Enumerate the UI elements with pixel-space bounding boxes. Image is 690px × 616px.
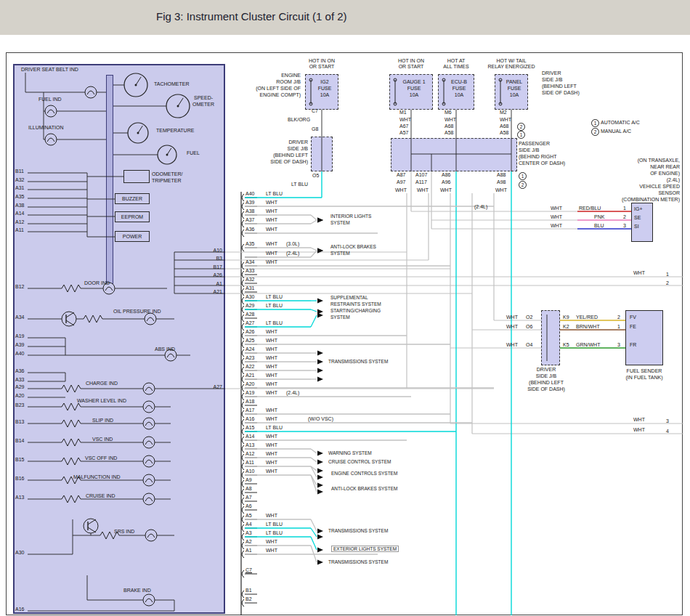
wire-color-label: WHT bbox=[266, 346, 277, 352]
pin-label: A12 bbox=[245, 451, 254, 457]
wire-color-label: WHT bbox=[551, 206, 562, 211]
cluster-label: VSC OFF IND bbox=[85, 455, 117, 461]
hot-header: HOT IN ON bbox=[278, 58, 365, 64]
pin-label: A20 bbox=[15, 393, 24, 399]
cluster-label: TEMPERATURE bbox=[156, 128, 194, 134]
jb-label: ENGINE bbox=[192, 73, 301, 78]
power-label: A107 bbox=[415, 172, 427, 178]
wire-color-label: WHT bbox=[266, 241, 277, 247]
system-label: SYSTEM bbox=[330, 220, 350, 225]
cluster-label: BRAKE IND bbox=[123, 588, 151, 593]
wire-note: (2.4L) bbox=[286, 390, 299, 396]
pin-label: A1 bbox=[245, 548, 252, 554]
pin-label: A27 bbox=[245, 320, 254, 326]
pin-number: 1 bbox=[623, 206, 626, 211]
pin-label: A15 bbox=[245, 425, 254, 431]
power-label: M1 bbox=[399, 110, 407, 115]
pin-label: O6 bbox=[526, 324, 532, 330]
wire-color-label: BLU bbox=[594, 223, 604, 229]
power-label: A88 bbox=[497, 172, 506, 178]
wire-color-label: LT BLU bbox=[266, 425, 283, 431]
pin-label: A26 bbox=[245, 329, 254, 335]
pin-label: A14 bbox=[245, 434, 254, 439]
system-label: SYSTEM bbox=[330, 315, 350, 320]
jb-label: (BEHIND LEFT bbox=[542, 84, 577, 89]
circled-number: 2 bbox=[519, 181, 527, 189]
cluster-label: VSC IND bbox=[92, 437, 113, 442]
pin-label: A4 bbox=[245, 522, 252, 527]
pin-label: B14 bbox=[15, 438, 24, 444]
system-label: TRANSMISSIONS SYSTEM bbox=[328, 528, 388, 533]
pin-label: B3 bbox=[205, 256, 222, 262]
power-label: M6 bbox=[445, 110, 452, 115]
wire-color-label: WHT bbox=[266, 539, 277, 545]
power-label: A68 bbox=[500, 123, 508, 129]
system-label: ENGINE CONTROLS SYSTEM bbox=[331, 471, 397, 476]
component-note: VEHICLE SPEED bbox=[571, 184, 680, 190]
system-label: TRANSMISSIONS SYSTEM bbox=[328, 359, 388, 364]
pin-label: B15 bbox=[15, 457, 24, 463]
pin-label: A39 bbox=[245, 200, 254, 206]
cluster-label: DOOR IND bbox=[84, 280, 110, 286]
connector-pin-label: FE bbox=[630, 324, 636, 330]
pin-label: A11 bbox=[15, 227, 24, 233]
pin-label: A13 bbox=[15, 495, 24, 500]
power-label: WHT bbox=[440, 187, 452, 193]
wire-color-label: WHT bbox=[266, 390, 277, 396]
eeprom-box: EEPROM bbox=[115, 211, 150, 222]
connector-pin-label: FV bbox=[630, 315, 636, 320]
component-note: (2.4L) bbox=[571, 177, 680, 183]
pin-label: A11 bbox=[245, 460, 254, 466]
power-label: BLK/ORG bbox=[288, 117, 310, 123]
jb-label: DRIVER bbox=[199, 139, 308, 145]
power-label: (2.4L) bbox=[474, 204, 487, 210]
system-label: SYSTEM bbox=[330, 251, 350, 256]
pin-label: B13 bbox=[15, 419, 24, 425]
fuel-jb-box bbox=[541, 310, 560, 365]
pin-label: A40 bbox=[15, 351, 24, 357]
wire-color-label: WHT bbox=[266, 442, 277, 448]
wire-note: (W/O VSC) bbox=[308, 416, 333, 422]
pin-label: A16 bbox=[15, 607, 24, 612]
jb-label: SIDE OF DASH) bbox=[503, 386, 590, 392]
pin-label: A16 bbox=[245, 416, 254, 422]
power-label: A68 bbox=[445, 123, 453, 129]
connector-pin-label: FR bbox=[630, 342, 636, 348]
power-label: WHT bbox=[500, 117, 511, 123]
jb-label: ROOM J/B bbox=[192, 79, 301, 85]
cluster-label: ODOMETER/ bbox=[152, 171, 182, 177]
pin-label: A34 bbox=[245, 259, 254, 265]
jb-label: SIDE J/B bbox=[503, 373, 590, 379]
pin-label: O2 bbox=[526, 315, 532, 320]
power-label: WHT bbox=[495, 187, 507, 193]
connector-pin-label: IG+ bbox=[634, 206, 642, 212]
component-caption: (IN FUEL TANK) bbox=[601, 375, 688, 381]
system-label: RESTRAINTS SYSTEM bbox=[330, 301, 381, 307]
pin-label: A30 bbox=[245, 294, 254, 300]
circled-number: 2 bbox=[517, 123, 525, 131]
wire-color-label: WHT bbox=[506, 315, 518, 320]
wire-color-label: WHT bbox=[266, 469, 277, 474]
pin-label: A27 bbox=[205, 384, 222, 390]
wire-color-label: WHT bbox=[266, 364, 277, 370]
power-label: A57 bbox=[399, 130, 408, 136]
driver-side-jb-box bbox=[311, 137, 333, 171]
jb-label: SIDE J/B bbox=[542, 77, 562, 83]
pin-label: A29 bbox=[15, 384, 24, 390]
odometer-box bbox=[123, 170, 150, 183]
power-label: LT BLU bbox=[291, 182, 308, 187]
cluster-label: DRIVER SEAT BELT IND bbox=[21, 67, 78, 73]
power-box: POWER bbox=[115, 231, 150, 242]
pin-label: A21 bbox=[245, 373, 254, 378]
cluster-label: SRS IND bbox=[114, 529, 134, 535]
power-label: O5 bbox=[312, 173, 319, 179]
power-label: M2 bbox=[500, 110, 507, 115]
pin-number: 3 bbox=[623, 223, 626, 229]
power-label: WHT bbox=[445, 117, 456, 123]
pin-label: A28 bbox=[245, 312, 254, 317]
circled-number: 1 bbox=[519, 172, 527, 180]
wire-color-label: WHT bbox=[266, 434, 277, 439]
wire-color-label: WHT bbox=[266, 381, 277, 387]
wire-color-label: BRN/WHT bbox=[576, 324, 600, 330]
pin-label: A39 bbox=[15, 342, 24, 348]
